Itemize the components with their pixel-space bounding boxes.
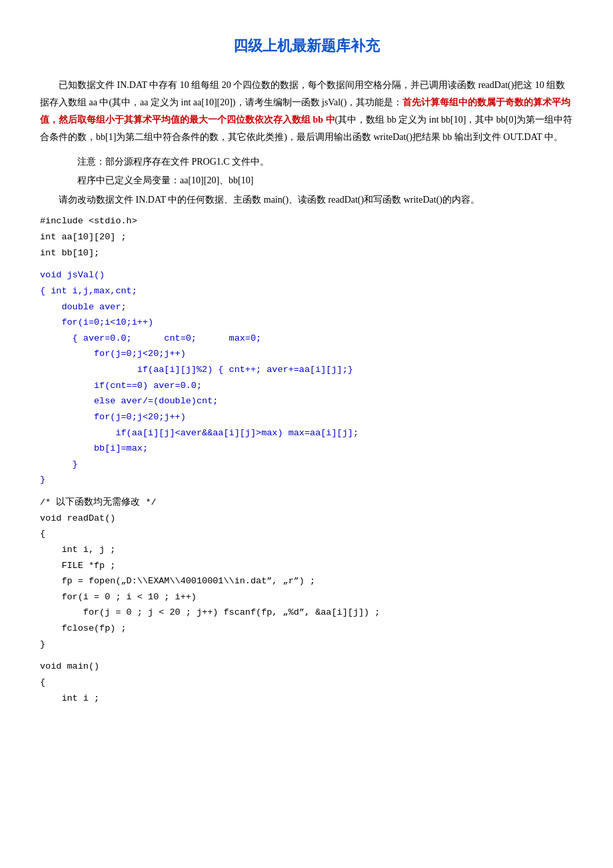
note-2: 程序中已定义全局变量：aa[10][20]、bb[10] [77,173,573,189]
code-line-include: #include <stdio.h> [40,213,573,229]
code-line-fclose: fclose(fp) ; [40,621,573,637]
code-line-main-decl: void main() [40,659,573,675]
notice-block: 请勿改动数据文件 IN.DAT 中的任何数据、主函数 main()、读函数 re… [59,191,573,209]
code-line-fopen: fp = fopen(„D:\\EXAM\\40010001\\in.dat”,… [40,573,573,589]
blank-line-1 [40,261,573,267]
code-line-comment: /* 以下函数均无需修改 */ [40,495,573,511]
code-line-for-j1: for(j=0;j<20;j++) [40,346,573,362]
code-line-if-max: if(aa[i][j]<aver&&aa[i][j]>max) max=aa[i… [40,425,573,441]
code-line-for-i: for(i=0;i<10;i++) [40,315,573,331]
code-line-jsval-decl: void jsVal() [40,267,573,283]
code-line-int-ij: int i, j ; [40,542,573,558]
code-line-else-aver: else aver/=(double)cnt; [40,393,573,409]
code-line-for-i2: for(i = 0 ; i < 10 ; i++) [40,589,573,605]
code-line-init: { aver=0.0; cnt=0; max=0; [40,331,573,347]
code-line-double: double aver; [40,299,573,315]
code-line-main-open: { [40,675,573,691]
code-line-readdat-open: { [40,526,573,542]
code-block: #include <stdio.h> int aa[10][20] ; int … [40,213,573,706]
code-line-aa: int aa[10][20] ; [40,229,573,245]
code-line-for-j3: for(j = 0 ; j < 20 ; j++) fscanf(fp, „%d… [40,605,573,621]
code-line-jsval-open: { int i,j,max,cnt; [40,283,573,299]
code-line-jsval-close: } [40,472,573,488]
code-line-bb: int bb[10]; [40,245,573,261]
blank-line-3 [40,652,573,659]
code-line-file-fp: FILE *fp ; [40,558,573,574]
note-1: 注意：部分源程序存在文件 PROG1.C 文件中。 [77,154,573,170]
description-block: 已知数据文件 IN.DAT 中存有 10 组每组 20 个四位数的数据，每个数据… [40,77,573,146]
code-line-readdat-close: } [40,637,573,653]
blank-line-2 [40,488,573,495]
code-line-bb-assign: bb[i]=max; [40,441,573,457]
code-line-int-i: int i ; [40,691,573,707]
code-line-for-j2: for(j=0;j<20;j++) [40,409,573,425]
page-title: 四级上机最新题库补充 [40,33,573,58]
code-line-if-cnt: if(cnt==0) aver=0.0; [40,378,573,394]
code-line-if-odd: if(aa[i][j]%2) { cnt++; aver+=aa[i][j];} [40,362,573,378]
code-line-readdat-decl: void readDat() [40,511,573,527]
code-line-inner-close: } [40,457,573,473]
